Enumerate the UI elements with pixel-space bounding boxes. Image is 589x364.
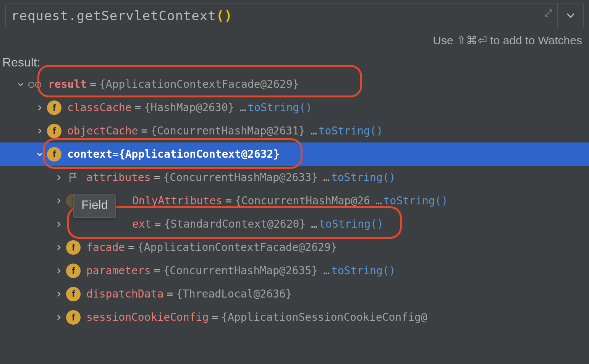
var-name: result	[48, 78, 87, 91]
expression-input[interactable]: request.getServletContext()	[5, 3, 558, 28]
var-value: {ConcurrentHashMap@2631}	[150, 125, 305, 137]
var-name: sessionCookieConfig	[86, 311, 209, 324]
field-icon: f	[66, 286, 81, 302]
chevron-right-icon[interactable]	[54, 267, 63, 274]
field-icon	[66, 217, 81, 232]
var-name: OnlyAttributes	[132, 194, 222, 207]
chevron-right-icon[interactable]	[54, 197, 63, 204]
field-icon: f	[47, 147, 62, 162]
chevron-right-icon[interactable]	[54, 221, 63, 228]
chevron-right-icon[interactable]	[35, 128, 44, 134]
var-value: {ConcurrentHashMap@2635}	[163, 264, 318, 277]
var-value: {ApplicationContextFacade@2629}	[99, 78, 299, 91]
field-icon: f	[47, 100, 62, 115]
expression-text: request.getServletContext	[11, 8, 216, 23]
var-value: {ApplicationContext@2632}	[119, 148, 280, 160]
tree-row-classcache[interactable]: f classCache = {HashMap@2630} … toString…	[0, 96, 589, 119]
flag-icon	[66, 170, 81, 185]
tree-row-objectcache[interactable]: f objectCache = {ConcurrentHashMap@2631}…	[0, 119, 589, 142]
expression-parens: ()	[216, 8, 233, 23]
var-value: {ApplicationContextFacade@2629}	[138, 241, 337, 254]
chevron-right-icon[interactable]	[54, 244, 63, 251]
tostring-link[interactable]: toString()	[319, 218, 383, 230]
var-name: classCache	[67, 101, 132, 114]
var-name: attributes	[86, 171, 151, 184]
var-name: ext	[132, 218, 152, 230]
chevron-down-icon[interactable]	[16, 81, 25, 88]
tostring-link[interactable]: toString()	[319, 125, 383, 137]
var-name: dispatchData	[86, 288, 163, 300]
tostring-link[interactable]: toString()	[331, 171, 396, 184]
field-icon: f	[66, 310, 81, 325]
tostring-link[interactable]: toString()	[383, 194, 448, 207]
hint-text: Use ⇧⌘⏎ to add to Watches	[0, 28, 589, 50]
var-value: {ThreadLocal@2636}	[176, 288, 292, 300]
chevron-right-icon[interactable]	[54, 314, 63, 321]
tree-row-facade[interactable]: f facade = {ApplicationContextFacade@262…	[0, 236, 589, 259]
result-label: Result:	[0, 50, 589, 73]
var-value: {ConcurrentHashMap@2633}	[163, 171, 318, 184]
tree-row-context[interactable]: f context = {ApplicationContext@2632}	[0, 142, 589, 166]
tree-row-sessioncookieconfig[interactable]: f sessionCookieConfig = {ApplicationSess…	[0, 306, 589, 329]
chevron-right-icon[interactable]	[35, 104, 44, 111]
chevron-down-icon[interactable]	[35, 151, 44, 158]
tree-row-parameters[interactable]: f parameters = {ConcurrentHashMap@2635} …	[0, 259, 589, 282]
chevron-right-icon[interactable]	[54, 291, 63, 298]
tree-row-attributes[interactable]: attributes = {ConcurrentHashMap@2633} … …	[0, 166, 589, 189]
var-name: context	[67, 148, 112, 160]
var-value: {StandardContext@2620}	[164, 218, 306, 230]
field-icon: f	[66, 263, 81, 278]
watches-icon	[28, 77, 43, 92]
var-value: {ApplicationSessionCookieConfig@	[221, 311, 427, 324]
var-value: {HashMap@2630}	[144, 101, 234, 114]
var-name: parameters	[86, 264, 151, 277]
var-name: facade	[86, 241, 125, 254]
var-value: {ConcurrentHashMap@26	[235, 194, 370, 207]
expand-icon[interactable]	[544, 6, 553, 16]
field-icon: f	[47, 123, 62, 139]
chevron-right-icon[interactable]	[54, 174, 63, 181]
history-dropdown-button[interactable]	[558, 3, 584, 28]
tree-row-result[interactable]: result = {ApplicationContextFacade@2629}	[0, 73, 589, 96]
var-name: objectCache	[67, 125, 138, 137]
tooltip: Field	[73, 194, 116, 218]
chevron-down-icon	[566, 13, 575, 18]
tostring-link[interactable]: toString()	[331, 264, 396, 277]
field-icon: f	[66, 240, 81, 255]
tostring-link[interactable]: toString()	[248, 101, 312, 114]
tree-row-dispatchdata[interactable]: f dispatchData = {ThreadLocal@2636}	[0, 282, 589, 306]
